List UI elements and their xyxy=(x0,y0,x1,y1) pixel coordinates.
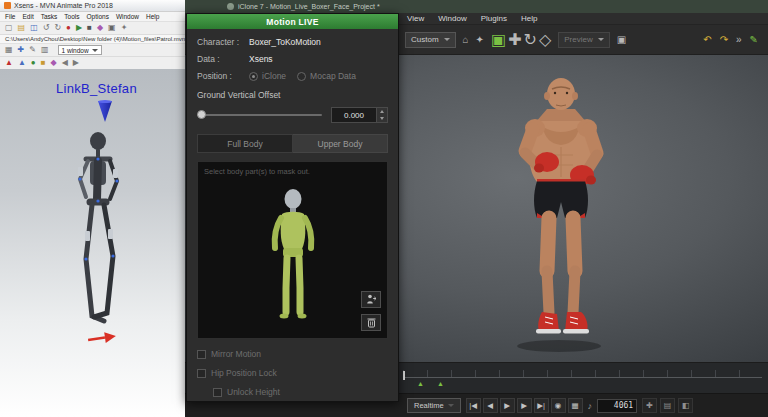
range-start-marker[interactable]: ▲ xyxy=(417,380,424,387)
redo-icon[interactable]: ↻ xyxy=(54,24,61,32)
contact-icon[interactable]: ● xyxy=(31,59,36,67)
body-mask-panel[interactable]: Select body part(s) to mask out. xyxy=(197,161,388,339)
clear-mask-button[interactable] xyxy=(361,314,381,331)
iclone-menu-window[interactable]: Window xyxy=(438,14,466,23)
go-start-button[interactable]: |◀ xyxy=(466,398,481,413)
clip-button[interactable]: ▦ xyxy=(568,398,583,413)
character-label: Character : xyxy=(197,37,249,47)
next-icon[interactable]: ▶ xyxy=(73,59,79,67)
zoom-icon[interactable]: ✚ xyxy=(18,46,25,54)
iclone-tool-group: ▣✚↻◇ xyxy=(491,30,551,49)
save-icon[interactable]: ◫ xyxy=(30,24,38,32)
track-list-button[interactable]: ▤ xyxy=(660,398,675,413)
boxer-character[interactable] xyxy=(497,65,627,355)
window-layout-dropdown[interactable]: 1 window xyxy=(58,45,102,55)
mocap-skeleton[interactable] xyxy=(50,131,150,331)
data-value: Xsens xyxy=(249,54,273,64)
xsens-view-icons: ▦✚✎▥ xyxy=(5,46,49,54)
reset-mask-button[interactable] xyxy=(361,291,381,308)
body-tabs: Full Body Upper Body xyxy=(197,134,388,153)
props-icon[interactable]: ■ xyxy=(41,59,46,67)
custom-layout-dropdown[interactable]: Custom xyxy=(405,32,456,48)
offset-value[interactable]: 0.000 xyxy=(332,108,376,122)
go-end-button[interactable]: ▶| xyxy=(534,398,549,413)
stage-icon[interactable]: ✦ xyxy=(476,35,484,45)
spin-down-button[interactable] xyxy=(377,115,387,122)
rotate-tool-icon[interactable]: ↻ xyxy=(524,30,537,49)
offset-slider-thumb[interactable] xyxy=(197,110,206,119)
timeline-playhead[interactable] xyxy=(403,371,405,380)
ruler-icon[interactable]: ▥ xyxy=(41,46,49,54)
motion-live-header[interactable]: Motion LIVE xyxy=(187,14,398,29)
offset-spinner[interactable]: 0.000 xyxy=(331,107,388,123)
calibrate-icon[interactable]: ▲ xyxy=(5,59,13,67)
grid-icon[interactable]: ▦ xyxy=(5,46,13,54)
unlock-height-checkbox[interactable] xyxy=(213,388,222,397)
move-tool-icon[interactable]: ✚ xyxy=(508,30,521,49)
pencil-icon[interactable]: ✎ xyxy=(29,46,36,54)
mocap-data-radio[interactable] xyxy=(297,72,306,81)
character-value: Boxer_ToKoMotion xyxy=(249,37,321,47)
timeline-track[interactable] xyxy=(403,377,762,378)
xsens-menu-options[interactable]: Options xyxy=(87,13,109,20)
scale-tool-icon[interactable]: ◇ xyxy=(539,30,551,49)
frame-counter[interactable]: 4061 xyxy=(597,399,637,413)
realtime-button[interactable]: Realtime xyxy=(407,398,461,413)
more-tools-icon[interactable]: » xyxy=(736,35,742,45)
mirror-motion-checkbox[interactable] xyxy=(197,350,206,359)
mannequin-figure[interactable] xyxy=(256,188,330,324)
unlock-height-row: Unlock Height xyxy=(213,387,388,397)
xsens-menu-edit[interactable]: Edit xyxy=(22,13,33,20)
position-label: Position : xyxy=(197,71,249,81)
record-icon[interactable]: ● xyxy=(66,24,71,32)
mirror-motion-row: Mirror Motion xyxy=(197,349,388,359)
xsens-menu-help[interactable]: Help xyxy=(146,13,159,20)
mirror-motion-label: Mirror Motion xyxy=(211,349,261,359)
xsens-menu-file[interactable]: File xyxy=(5,13,15,20)
redo-icon[interactable]: ↷ xyxy=(720,35,728,45)
panel-toggle-button[interactable]: ◧ xyxy=(678,398,693,413)
play-icon[interactable]: ▶ xyxy=(76,24,82,32)
iclone-menu-help[interactable]: Help xyxy=(521,14,537,23)
iclone-radio[interactable] xyxy=(249,72,258,81)
camera-icon[interactable]: ▣ xyxy=(617,35,626,45)
undo-icon[interactable]: ↶ xyxy=(703,35,711,45)
chevron-down-icon xyxy=(380,117,384,120)
iclone-radio-label: iClone xyxy=(262,71,286,81)
window-layout-value: 1 window xyxy=(62,47,89,54)
iclone-menu-plugins[interactable]: Plugins xyxy=(481,14,507,23)
sensor-icon[interactable]: ▲ xyxy=(18,59,26,67)
chevron-down-icon xyxy=(448,404,454,407)
prev-icon[interactable]: ◀ xyxy=(62,59,68,67)
offset-slider[interactable] xyxy=(197,114,322,116)
tab-full-body[interactable]: Full Body xyxy=(197,134,293,153)
range-end-marker[interactable]: ▲ xyxy=(437,380,444,387)
segment-icon[interactable]: ◆ xyxy=(51,59,57,67)
tab-upper-body[interactable]: Upper Body xyxy=(293,134,388,153)
iclone-menu-view[interactable]: View xyxy=(407,14,424,23)
chevron-up-icon xyxy=(380,110,384,113)
new-file-icon[interactable]: ▢ xyxy=(5,24,13,32)
next-frame-button[interactable]: ▶ xyxy=(517,398,532,413)
xsens-menu-window[interactable]: Window xyxy=(116,13,139,20)
hip-position-lock-checkbox[interactable] xyxy=(197,369,206,378)
spin-up-button[interactable] xyxy=(377,108,387,115)
play-button[interactable]: ▶ xyxy=(500,398,515,413)
prev-frame-button[interactable]: ◀ xyxy=(483,398,498,413)
xsens-menu-tasks[interactable]: Tasks xyxy=(41,13,58,20)
camera-icon[interactable]: ▣ xyxy=(108,24,116,32)
motion-live-dialog: Motion LIVE Character : Boxer_ToKoMotion… xyxy=(186,13,399,402)
open-folder-icon[interactable]: ▤ xyxy=(18,24,26,32)
preview-dropdown[interactable]: Preview xyxy=(558,32,609,48)
iclone-titlebar[interactable]: iClone 7 - Motion_Live_Boxer_Face_Projec… xyxy=(185,0,768,13)
select-tool-icon[interactable]: ▣ xyxy=(491,30,506,49)
settings-icon[interactable]: ✦ xyxy=(121,24,128,32)
xsens-menu-tools[interactable]: Tools xyxy=(64,13,79,20)
undo-icon[interactable]: ↺ xyxy=(43,24,50,32)
add-track-button[interactable]: ✚ xyxy=(642,398,657,413)
marker-icon[interactable]: ◆ xyxy=(97,24,103,32)
record-button[interactable]: ◉ xyxy=(551,398,566,413)
edit-motion-icon[interactable]: ✎ xyxy=(750,35,758,45)
stop-icon[interactable]: ■ xyxy=(87,24,92,32)
home-icon[interactable]: ⌂ xyxy=(463,35,469,45)
